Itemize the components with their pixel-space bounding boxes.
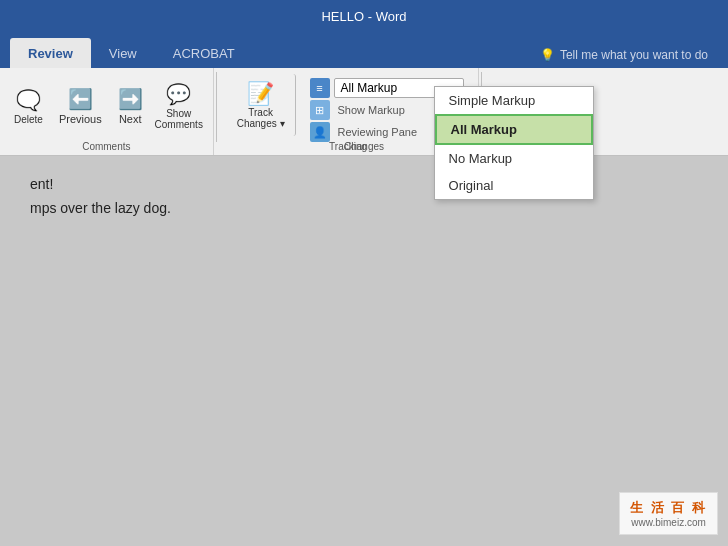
track-changes-icon: 📝 — [247, 81, 274, 107]
tab-review[interactable]: Review — [10, 38, 91, 68]
watermark-chars: 生 活 百 科 — [630, 499, 707, 517]
reviewing-pane-label: Reviewing Pane — [334, 124, 422, 140]
title-text: HELLO - Word — [321, 9, 406, 24]
watermark-site: www.bimeiz.com — [630, 517, 707, 528]
sep1 — [216, 72, 217, 142]
markup-icon-1: ≡ — [310, 78, 330, 98]
track-changes-arrow: ▾ — [280, 118, 285, 129]
title-bar: HELLO - Word — [0, 0, 728, 32]
ribbon: 🗨️ Delete ⬅️ Previous ➡️ Next 💬 ShowComm… — [0, 68, 728, 156]
doc-line-1: ent! — [30, 176, 53, 192]
markup-dropdown-menu: Simple Markup All Markup No Markup Origi… — [434, 86, 594, 200]
changes-group-label: Changes — [0, 141, 728, 152]
tab-acrobat[interactable]: ACROBAT — [155, 38, 253, 68]
tab-bar: Review View ACROBAT 💡 Tell me what you w… — [0, 32, 728, 68]
dropdown-item-original[interactable]: Original — [435, 172, 593, 199]
previous-icon: ⬅️ — [68, 87, 93, 111]
dropdown-item-no[interactable]: No Markup — [435, 145, 593, 172]
markup-icon-2: ⊞ — [310, 100, 330, 120]
markup-area: ≡ All Markup ▾ ⊞ Show Markup 👤 Reviewing… — [304, 74, 470, 146]
document-area: ent! mps over the lazy dog. 生 活 百 科 www.… — [0, 156, 728, 545]
next-icon: ➡️ — [118, 87, 143, 111]
comments-buttons: 🗨️ Delete ⬅️ Previous ➡️ Next 💬 ShowComm… — [8, 78, 205, 134]
lightbulb-icon: 💡 — [540, 48, 555, 62]
dropdown-item-all[interactable]: All Markup — [435, 114, 593, 145]
show-comments-icon: 💬 — [166, 82, 191, 106]
delete-comment-icon: 🗨️ — [16, 88, 41, 112]
markup-icon-3: 👤 — [310, 122, 330, 142]
tell-me-box[interactable]: 💡 Tell me what you want to do — [540, 48, 708, 62]
show-comments-button[interactable]: 💬 ShowComments — [153, 78, 205, 134]
delete-comment-button[interactable]: 🗨️ Delete — [8, 78, 49, 134]
dropdown-item-simple[interactable]: Simple Markup — [435, 87, 593, 114]
track-changes-button[interactable]: 📝 TrackChanges ▾ — [227, 74, 296, 136]
previous-button[interactable]: ⬅️ Previous — [53, 78, 108, 134]
doc-line-2: mps over the lazy dog. — [30, 200, 171, 216]
tab-view[interactable]: View — [91, 38, 155, 68]
next-button[interactable]: ➡️ Next — [112, 78, 149, 134]
show-markup-label: Show Markup — [334, 102, 409, 118]
watermark: 生 活 百 科 www.bimeiz.com — [619, 492, 718, 535]
